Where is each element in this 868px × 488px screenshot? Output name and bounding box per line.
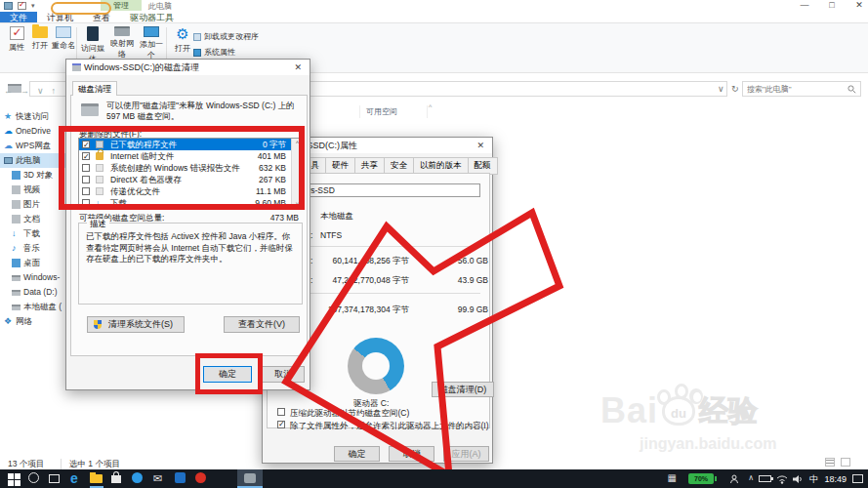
quick-access-toolbar[interactable]: ▾ — [4, 2, 35, 10]
checkbox-checked-icon[interactable] — [82, 152, 90, 160]
sidebar-item-this-pc[interactable]: 此电脑 — [0, 153, 74, 168]
add-location-button[interactable]: 添加一个 — [137, 26, 166, 61]
sidebar-item-data-d[interactable]: Data (D:) — [0, 285, 74, 300]
thumbnail-view-icon[interactable] — [841, 458, 850, 467]
search-input[interactable] — [747, 83, 845, 95]
minimize-button[interactable]: — — [798, 0, 811, 10]
sidebar-item-music[interactable]: ♪音乐 — [0, 241, 74, 256]
cortana-search-icon[interactable] — [28, 472, 39, 483]
address-dropdown-icon[interactable]: ∨ — [718, 84, 724, 94]
sidebar-item-wps-cloud[interactable]: ☁WPS网盘 — [0, 139, 74, 153]
history-icon[interactable]: ∨ — [37, 86, 44, 96]
back-icon[interactable]: ← — [4, 86, 13, 96]
mail-icon[interactable]: ✉ — [153, 472, 167, 485]
properties-ok-button[interactable]: 确定 — [334, 446, 380, 462]
blue-app-icon[interactable] — [175, 472, 186, 483]
disk-cleanup-button[interactable]: 磁盘清理(D) — [432, 382, 494, 397]
action-center-icon[interactable] — [852, 474, 863, 483]
checkbox-checked-icon[interactable] — [277, 421, 285, 428]
close-button[interactable]: ✕ — [852, 0, 866, 10]
sidebar-item-local-disk[interactable]: 本地磁盘 ( — [0, 300, 74, 314]
maximize-button[interactable]: □ — [825, 0, 839, 10]
checkbox-icon[interactable] — [82, 164, 90, 172]
contextual-tab-manage[interactable]: 管理 — [101, 0, 142, 11]
documents-icon — [12, 215, 21, 224]
file-explorer-icon[interactable] — [90, 474, 103, 483]
search-box[interactable] — [742, 81, 861, 97]
properties-quick-icon[interactable] — [18, 2, 26, 10]
checkbox-icon[interactable] — [82, 199, 90, 207]
cleanup-ok-button[interactable]: 确定 — [203, 366, 252, 383]
clock[interactable]: 18:49 — [824, 474, 847, 484]
scroll-down-icon[interactable]: ˅ — [292, 201, 303, 207]
sidebar-item-network[interactable]: ❖网络 — [0, 314, 74, 329]
edge-icon[interactable]: e — [70, 472, 84, 485]
clock-app-icon[interactable] — [132, 472, 143, 483]
wifi-icon[interactable] — [776, 474, 788, 484]
cleanup-intro-text: 可以使用"磁盘清理"来释放 Windows-SSD (C:) 上的 597 MB… — [106, 101, 302, 122]
cleanup-cancel-button[interactable]: 取消 — [262, 366, 305, 383]
sidebar-item-onedrive[interactable]: ☁OneDrive — [0, 124, 74, 139]
list-item-delivery-optimization[interactable]: 传递优化文件 11.1 MB — [79, 185, 302, 197]
red-browser-icon[interactable] — [195, 472, 206, 483]
task-view-icon[interactable] — [49, 474, 60, 483]
battery-percent-icon[interactable]: 70% — [688, 473, 714, 484]
scrollbar[interactable]: ˄ ˅ — [291, 139, 302, 208]
drive-icon — [12, 290, 21, 296]
active-app-cell[interactable] — [237, 469, 263, 488]
checkbox-icon[interactable] — [82, 187, 90, 195]
speaker-icon[interactable] — [792, 474, 804, 484]
list-item-downloaded-program-files[interactable]: 已下载的程序文件 0 字节 — [79, 139, 302, 150]
sidebar-item-pictures[interactable]: 图片 — [0, 197, 74, 212]
files-list[interactable]: 已下载的程序文件 0 字节 Internet 临时文件 401 MB 系统创建的… — [78, 138, 303, 209]
checkbox-checked-icon[interactable] — [82, 141, 90, 148]
sidebar-item-downloads[interactable]: ↓下载 — [0, 226, 74, 241]
sidebar-item-desktop[interactable]: 桌面 — [0, 256, 74, 270]
uninstall-button[interactable]: 卸载或更改程序 — [193, 31, 259, 42]
list-item-error-reports[interactable]: 系统创建的 Windows 错误报告文件 632 KB — [79, 162, 302, 174]
sidebar-item-quick-access[interactable]: ★快速访问 — [0, 109, 74, 124]
close-icon[interactable]: ✕ — [476, 138, 484, 153]
tab-file[interactable]: 文件 — [0, 12, 37, 22]
refresh-icon[interactable]: ↻ — [731, 84, 739, 94]
battery-icon[interactable] — [759, 475, 771, 482]
tab-computer[interactable]: 计算机 — [37, 12, 83, 22]
ime-grid-icon[interactable]: ▦ — [668, 472, 677, 483]
computer-icon — [4, 2, 13, 10]
forward-icon[interactable]: → — [21, 86, 29, 96]
system-properties-button[interactable]: 系统属性 — [193, 47, 235, 58]
start-button[interactable] — [8, 473, 14, 479]
close-icon[interactable]: ✕ — [294, 60, 302, 75]
sidebar-item-3d-objects[interactable]: 3D 对象 — [0, 168, 74, 183]
column-free-space[interactable]: 可用空间 ^ — [359, 105, 428, 118]
qat-dropdown-icon[interactable]: ▾ — [31, 2, 35, 10]
checkbox-icon[interactable] — [82, 176, 90, 183]
details-view-icon[interactable] — [825, 458, 835, 467]
cleanup-tab[interactable]: 磁盘清理 — [72, 81, 117, 96]
baidu-paw-icon: du — [662, 396, 695, 426]
tab-view[interactable]: 查看 — [83, 12, 120, 22]
properties-cancel-button[interactable]: 取消 — [389, 446, 434, 462]
ime-language-indicator[interactable]: 中 — [809, 473, 818, 486]
tab-drive-tools[interactable]: 驱动器工具 — [120, 12, 184, 22]
people-icon[interactable] — [729, 474, 739, 484]
list-item-downloads[interactable]: ↓ 下载 9.60 MB — [79, 197, 302, 209]
index-checkbox[interactable]: 除了文件属性外，还允许索引此驱动器上文件的内容(I) — [277, 421, 489, 432]
sidebar-item-videos[interactable]: 视频 — [0, 183, 74, 197]
view-files-button[interactable]: 查看文件(V) — [224, 316, 300, 333]
up-icon[interactable]: ↑ — [52, 86, 57, 96]
sidebar-item-documents[interactable]: 文档 — [0, 212, 74, 226]
sidebar-item-windows-ssd[interactable]: Windows- — [0, 270, 74, 285]
list-item-temp-internet-files[interactable]: Internet 临时文件 401 MB — [79, 150, 302, 162]
scroll-up-icon[interactable]: ˄ — [292, 140, 303, 145]
system-icon — [193, 49, 201, 57]
rename-button[interactable]: 重命名 — [49, 26, 78, 51]
capacity-bytes: 107,374,178,304 字节 — [302, 305, 409, 316]
store-icon[interactable] — [111, 475, 121, 483]
list-item-directx-cache[interactable]: DirectX 着色器缓存 267 KB — [79, 174, 302, 185]
compress-checkbox[interactable]: 压缩此驱动器以节约磁盘空间(C) — [277, 408, 409, 420]
checkbox-icon[interactable] — [277, 408, 285, 416]
clean-system-files-button[interactable]: 清理系统文件(S) — [87, 316, 185, 333]
hidden-icons-chevron[interactable]: ∧ — [748, 473, 754, 482]
map-network-button[interactable]: 映射网络 — [107, 26, 137, 60]
